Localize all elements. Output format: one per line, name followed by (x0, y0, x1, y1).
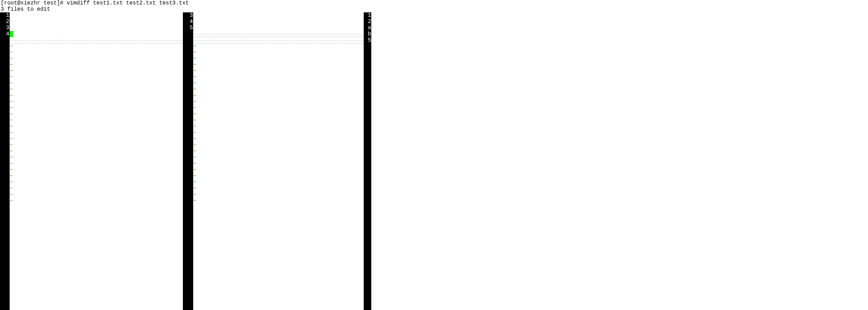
empty-line-tilde: ~ (193, 87, 364, 93)
empty-line-tilde: ~ (193, 198, 364, 204)
empty-line-tilde: ~ (193, 179, 364, 186)
file-content[interactable]: ~~~~~~~~~~~~~~~~~~~~~~~~~~ (193, 12, 364, 310)
empty-line-tilde: ~ (193, 56, 364, 62)
line-number: 4 (187, 19, 193, 25)
empty-line-tilde: ~ (193, 118, 364, 124)
empty-line-tilde: ~ (10, 105, 183, 111)
fold-column (184, 12, 187, 310)
empty-line-tilde: ~ (10, 179, 183, 186)
empty-line-tilde: ~ (193, 74, 364, 80)
line-number: 4 (3, 31, 9, 37)
empty-line-tilde: ~ (193, 68, 364, 74)
empty-line-tilde: ~ (193, 130, 364, 136)
empty-line-tilde: ~ (193, 99, 364, 105)
empty-line-tilde: ~ (10, 49, 183, 56)
empty-line-tilde: ~ (193, 173, 364, 179)
text-row[interactable] (10, 19, 183, 25)
empty-line-tilde: ~ (10, 142, 183, 148)
empty-line-tilde: ~ (10, 167, 183, 173)
empty-line-tilde: ~ (10, 74, 183, 80)
empty-line-tilde: ~ (10, 198, 183, 204)
empty-line-tilde: ~ (10, 80, 183, 87)
empty-line-tilde: ~ (10, 124, 183, 130)
empty-line-tilde: ~ (10, 93, 183, 99)
empty-line-tilde: ~ (10, 155, 183, 161)
cursor (10, 31, 13, 37)
filler-line (193, 31, 364, 37)
empty-line-tilde: ~ (193, 136, 364, 142)
line-number: 1 (368, 12, 371, 19)
empty-line-tilde: ~ (10, 161, 183, 167)
empty-line-tilde: ~ (10, 99, 183, 105)
text-row[interactable] (193, 25, 364, 31)
empty-line-tilde: ~ (193, 43, 364, 49)
empty-line-tilde: ~ (10, 87, 183, 93)
line-number: 5 (368, 37, 371, 43)
empty-line-tilde: ~ (10, 68, 183, 74)
filler-line (193, 37, 364, 43)
terminal-header: [root@xiezhr test]# vimdiff test1.txt te… (0, 0, 868, 12)
empty-line-tilde: ~ (193, 167, 364, 173)
empty-line-tilde: ~ (193, 186, 364, 192)
empty-line-tilde: ~ (193, 49, 364, 56)
empty-line-tilde: ~ (193, 155, 364, 161)
line-number-column: 12ab5 (368, 12, 371, 310)
empty-line-tilde: ~ (10, 62, 183, 68)
empty-line-tilde: ~ (10, 192, 183, 198)
line-number: 5 (187, 25, 193, 31)
line-number: 3 (187, 12, 193, 19)
empty-line-tilde: ~ (10, 43, 183, 49)
text-row[interactable] (193, 12, 364, 19)
empty-line-tilde: ~ (193, 148, 364, 155)
empty-line-tilde: ~ (193, 192, 364, 198)
filler-line (10, 37, 183, 43)
text-row[interactable] (10, 31, 183, 37)
empty-line-tilde: ~ (193, 111, 364, 118)
vim-message-line: 3 files to edit (1, 6, 867, 12)
line-number: 1 (3, 12, 9, 19)
empty-line-tilde: ~ (193, 142, 364, 148)
line-number: 2 (368, 19, 371, 25)
empty-line-tilde: ~ (193, 105, 364, 111)
empty-line-tilde: ~ (193, 62, 364, 68)
empty-line-tilde: ~ (10, 173, 183, 179)
line-number: b (368, 31, 371, 37)
file-content[interactable]: ~~~~~~~~~~~~~~~~~~~~~~~~~~ (10, 12, 183, 310)
diff-pane-1[interactable]: 1234 ~~~~~~~~~~~~~~~~~~~~~~~~~~ (0, 12, 183, 310)
text-row[interactable] (193, 19, 364, 25)
diff-pane-3[interactable]: 12ab5 (364, 12, 371, 310)
empty-line-tilde: ~ (193, 93, 364, 99)
text-row[interactable] (10, 25, 183, 31)
empty-line-tilde: ~ (10, 136, 183, 142)
empty-line-tilde: ~ (193, 161, 364, 167)
empty-line-tilde: ~ (193, 124, 364, 130)
line-number: a (368, 25, 371, 31)
terminal: [root@xiezhr test]# vimdiff test1.txt te… (0, 0, 868, 310)
line-number: 3 (3, 25, 9, 31)
diff-pane-2[interactable]: 345 ~~~~~~~~~~~~~~~~~~~~~~~~~~ (184, 12, 364, 310)
line-number-column: 1234 (3, 12, 10, 310)
empty-line-tilde: ~ (10, 118, 183, 124)
empty-line-tilde: ~ (10, 186, 183, 192)
fold-column (364, 12, 368, 310)
empty-line-tilde: ~ (10, 111, 183, 118)
fold-column (0, 12, 3, 310)
empty-line-tilde: ~ (193, 80, 364, 87)
line-number-column: 345 (187, 12, 193, 310)
shell-prompt-line: [root@xiezhr test]# vimdiff test1.txt te… (1, 0, 867, 6)
empty-line-tilde: ~ (10, 148, 183, 155)
empty-line-tilde: ~ (10, 130, 183, 136)
vimdiff-area[interactable]: 1234 ~~~~~~~~~~~~~~~~~~~~~~~~~~ 345 ~~~~… (0, 12, 371, 310)
text-row[interactable] (10, 12, 183, 19)
empty-line-tilde: ~ (10, 56, 183, 62)
line-number: 2 (3, 19, 9, 25)
